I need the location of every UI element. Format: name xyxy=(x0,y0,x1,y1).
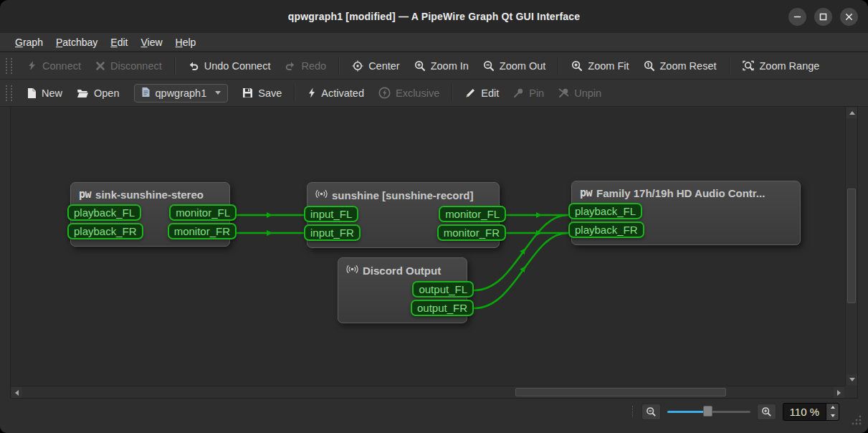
exclusive-bolt-icon xyxy=(378,87,391,99)
zoom-range-icon xyxy=(743,60,755,72)
edit-button[interactable]: Edit xyxy=(458,84,506,103)
menu-view[interactable]: View xyxy=(134,34,168,50)
spin-up-button[interactable] xyxy=(826,404,839,412)
port-output-fr[interactable]: output_FR xyxy=(411,300,474,316)
zoom-out-button[interactable]: Zoom Out xyxy=(476,57,553,75)
vertical-scrollbar[interactable] xyxy=(845,107,857,386)
maximize-icon xyxy=(819,13,827,21)
port-input-fl[interactable]: input_FL xyxy=(304,206,358,222)
window-controls xyxy=(788,0,858,33)
minimize-icon xyxy=(793,13,801,21)
slider-fill xyxy=(667,411,705,413)
session-selector[interactable]: qpwgraph1 xyxy=(134,84,229,103)
patchbay-file-icon xyxy=(141,87,151,100)
disconnect-button[interactable]: Disconnect xyxy=(88,57,169,75)
port-monitor-fl[interactable]: monitor_FL xyxy=(169,204,237,221)
zoom-in-icon xyxy=(761,406,772,417)
zoom-value[interactable]: 110 % xyxy=(783,404,826,420)
zoom-in-icon xyxy=(414,60,426,72)
center-icon xyxy=(352,60,363,72)
undo-connect-label: Undo Connect xyxy=(204,60,271,72)
maximize-button[interactable] xyxy=(814,8,832,26)
undo-connect-button[interactable]: Undo Connect xyxy=(181,57,278,75)
menubar: Graph Patchbay Edit View Help xyxy=(0,33,868,52)
node-sink-sunshine-stereo[interactable]: pw sink-sunshine-stereo playback_FL play… xyxy=(70,182,230,247)
menu-edit[interactable]: Edit xyxy=(104,34,134,50)
exclusive-label: Exclusive xyxy=(396,87,439,99)
pin-button[interactable]: Pin xyxy=(506,84,551,103)
status-zoom-in-button[interactable] xyxy=(757,404,776,420)
node-family-hd-audio-controller[interactable]: pw Family 17h/19h HD Audio Contr... play… xyxy=(571,181,801,245)
port-monitor-fl[interactable]: monitor_FL xyxy=(439,206,506,222)
activated-bolt-icon xyxy=(307,87,316,98)
node-title: pw sink-sunshine-stereo xyxy=(71,183,229,204)
zoom-spinbox[interactable]: 110 % xyxy=(783,403,839,421)
zoom-range-button[interactable]: Zoom Range xyxy=(735,57,827,75)
pipewire-icon: pw xyxy=(580,186,592,199)
port-playback-fl[interactable]: playback_FL xyxy=(568,203,642,219)
spin-down-button[interactable] xyxy=(826,411,839,420)
scroll-up-button[interactable] xyxy=(846,108,857,118)
resize-grip[interactable] xyxy=(851,414,862,426)
scroll-left-button[interactable] xyxy=(11,387,22,398)
unpin-button[interactable]: Unpin xyxy=(551,84,609,103)
exclusive-toggle[interactable]: Exclusive xyxy=(371,83,447,103)
horizontal-scroll-thumb[interactable] xyxy=(515,388,726,396)
undo-icon xyxy=(188,61,199,71)
toolbar-grip[interactable] xyxy=(6,58,12,74)
toolbar-separator xyxy=(338,57,340,75)
port-playback-fr[interactable]: playback_FR xyxy=(67,223,143,239)
titlebar[interactable]: qpwgraph1 [modified] — A PipeWire Graph … xyxy=(0,0,868,33)
audio-icon xyxy=(346,263,358,277)
activated-toggle[interactable]: Activated xyxy=(300,84,371,103)
port-monitor-fr[interactable]: monitor_FR xyxy=(437,224,506,241)
chevron-down-icon xyxy=(215,91,221,95)
zoom-in-button[interactable]: Zoom In xyxy=(407,57,476,75)
edit-pencil-icon xyxy=(465,87,476,98)
port-input-fr[interactable]: input_FR xyxy=(304,224,361,241)
port-playback-fl[interactable]: playback_FL xyxy=(67,204,141,221)
open-button[interactable]: Open xyxy=(70,84,126,103)
graph-canvas[interactable]: pw sink-sunshine-stereo playback_FL play… xyxy=(11,107,845,386)
port-playback-fr[interactable]: playback_FR xyxy=(568,222,644,238)
menu-graph[interactable]: Graph xyxy=(9,34,49,50)
toolbar-file: New Open qpwgraph1 Save Activated xyxy=(0,80,868,107)
horizontal-scrollbar[interactable] xyxy=(11,386,845,398)
menu-patchbay[interactable]: Patchbay xyxy=(49,34,104,50)
triangle-up-icon xyxy=(831,406,835,409)
slider-handle[interactable] xyxy=(703,406,712,417)
triangle-down-icon xyxy=(831,414,835,417)
scroll-down-button[interactable] xyxy=(846,374,857,385)
menu-help[interactable]: Help xyxy=(169,34,203,50)
spin-buttons xyxy=(826,404,839,420)
scroll-right-button[interactable] xyxy=(834,387,844,398)
toolbar-separator xyxy=(558,57,559,75)
port-monitor-fr[interactable]: monitor_FR xyxy=(168,223,237,239)
redo-button[interactable]: Redo xyxy=(277,57,333,75)
new-file-icon xyxy=(27,87,37,99)
close-button[interactable] xyxy=(840,8,858,26)
triangle-up-icon xyxy=(849,111,855,115)
zoom-reset-button[interactable]: Zoom Reset xyxy=(636,57,724,75)
status-zoom-out-button[interactable] xyxy=(642,404,661,420)
minimize-button[interactable] xyxy=(788,8,806,26)
zoom-slider[interactable] xyxy=(667,404,750,419)
window-title: qpwgraph1 [modified] — A PipeWire Graph … xyxy=(288,11,581,22)
toolbar-separator xyxy=(452,85,453,102)
port-output-fl[interactable]: output_FL xyxy=(412,281,474,298)
vertical-scroll-thumb[interactable] xyxy=(847,189,856,303)
center-button[interactable]: Center xyxy=(345,57,407,75)
node-discord-output[interactable]: Discord Output output_FL output_FR xyxy=(338,257,467,323)
node-sunshine-record[interactable]: sunshine [sunshine-record] input_FL inpu… xyxy=(307,182,500,248)
node-title: sunshine [sunshine-record] xyxy=(307,183,499,206)
pin-icon xyxy=(513,87,524,98)
new-button[interactable]: New xyxy=(19,84,70,103)
toolbar-grip[interactable] xyxy=(6,85,12,101)
connect-button[interactable]: Connect xyxy=(19,57,88,75)
node-title-text: sunshine [sunshine-record] xyxy=(332,189,474,201)
save-button[interactable]: Save xyxy=(235,84,289,103)
graph-canvas-frame: pw sink-sunshine-stereo playback_FL play… xyxy=(10,106,858,399)
zoom-fit-button[interactable]: Zoom Fit xyxy=(564,57,636,75)
triangle-down-icon xyxy=(849,378,855,381)
triangle-left-icon xyxy=(15,390,19,396)
